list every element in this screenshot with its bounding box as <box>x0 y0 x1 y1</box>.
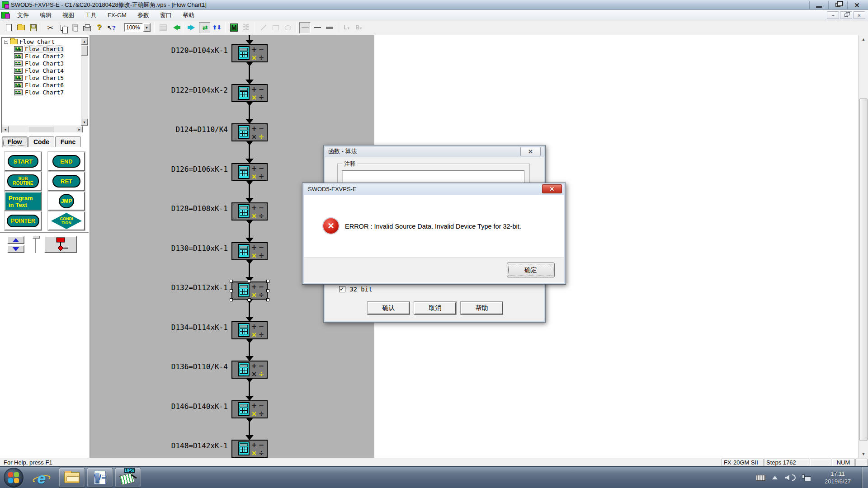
line-medium-button[interactable] <box>311 22 323 33</box>
tree-item-flow-chart5[interactable]: Flow Chart5 <box>2 74 88 81</box>
calc-block[interactable]: +−×÷ <box>231 321 268 339</box>
calc-block[interactable]: +−×÷ <box>231 400 268 418</box>
tree-root-label[interactable]: Flow Chart <box>19 38 55 45</box>
calc-block[interactable]: +−×÷ <box>231 282 268 300</box>
ok-button[interactable]: 确定 <box>507 263 555 277</box>
menu-tools[interactable]: 工具 <box>80 10 102 20</box>
tab-code[interactable]: Code <box>28 136 54 147</box>
menu-edit[interactable]: 编辑 <box>34 10 57 20</box>
tree-item-flow-chart3[interactable]: Flow Chart3 <box>2 60 88 67</box>
zoom-value[interactable]: 100% <box>124 23 143 32</box>
close-button[interactable]: ✕ <box>847 1 866 9</box>
calc-block[interactable]: +−×÷ <box>231 361 268 379</box>
mdi-close-button[interactable]: × <box>853 11 865 19</box>
calc-block[interactable]: +−×÷ <box>231 44 268 62</box>
flow-node[interactable]: D120=D104xK-1 +−×÷ <box>90 44 374 62</box>
vertical-scrollbar[interactable]: ▲ ▼ <box>858 35 868 458</box>
calc-block[interactable]: +−×÷ <box>231 123 268 141</box>
tab-flow[interactable]: Flow <box>2 136 28 147</box>
calc-block[interactable]: +−×÷ <box>231 440 268 458</box>
calc-block[interactable]: +−×÷ <box>231 84 268 102</box>
tree-collapse-icon[interactable] <box>4 40 8 44</box>
move-up-button[interactable] <box>7 236 24 244</box>
palette-end-button[interactable]: END <box>48 152 85 171</box>
tree-scroll-down-icon[interactable]: ▼ <box>81 119 88 126</box>
scroll-down-icon[interactable]: ▼ <box>859 450 868 458</box>
zoom-dropdown-icon[interactable]: ▼ <box>143 23 151 32</box>
cancel-button[interactable]: 取消 <box>414 302 456 314</box>
volume-icon[interactable] <box>785 475 789 480</box>
verify-button[interactable]: ⇄ <box>199 22 210 33</box>
flow-node[interactable]: D122=D104xK-2 +−×÷ <box>90 84 374 102</box>
flow-node[interactable]: D146=D140xK-1 +−×÷ <box>90 400 374 418</box>
insert-line-widget[interactable] <box>33 236 40 254</box>
palette-pointer-button[interactable]: POINTER <box>5 211 42 230</box>
write-plc-button[interactable] <box>187 22 198 33</box>
tab-func[interactable]: Func <box>55 136 81 147</box>
error-dialog-close-button[interactable]: ✕ <box>542 184 562 193</box>
confirm-button[interactable]: 确认 <box>368 302 410 314</box>
menu-window[interactable]: 窗口 <box>155 10 177 20</box>
selection-handle[interactable] <box>230 280 233 283</box>
selection-handle[interactable] <box>248 280 251 283</box>
line-thin-button[interactable] <box>299 22 311 33</box>
cut-button[interactable]: ✂ <box>45 22 56 33</box>
palette-ret-button[interactable]: RET <box>48 172 85 191</box>
calc-block[interactable]: +−×÷ <box>231 242 268 260</box>
selection-handle[interactable] <box>266 289 269 292</box>
calc-block[interactable]: +−×÷ <box>231 163 268 181</box>
taskbar-vps-app-button[interactable]: UPS <box>115 468 141 488</box>
import-button[interactable] <box>170 22 181 33</box>
taskbar-clock[interactable]: 17:11 2019/6/27 <box>818 470 857 485</box>
show-desktop-button[interactable] <box>862 467 868 488</box>
line-thick-button[interactable] <box>324 22 335 33</box>
taskbar-word-button[interactable]: W≡ <box>87 468 113 488</box>
project-tree[interactable]: Flow Chart Flow Chart1Flow Chart2Flow Ch… <box>1 37 89 133</box>
tree-item-flow-chart6[interactable]: Flow Chart6 <box>2 81 88 89</box>
error-dialog-titlebar[interactable]: SWOD5-FXVPS-E <box>302 183 566 195</box>
function-dialog-close-button[interactable]: ✕ <box>520 147 541 156</box>
tree-item-flow-chart4[interactable]: Flow Chart4 <box>2 67 88 74</box>
transfer-button[interactable]: ⬆⬇ <box>211 22 222 33</box>
print-button[interactable] <box>81 22 93 33</box>
calc-block[interactable]: +−×÷ <box>231 202 268 221</box>
mdi-restore-button[interactable] <box>840 11 852 19</box>
network-icon[interactable] <box>802 474 811 481</box>
palette-subroutine-button[interactable]: SUB ROUTINE <box>5 172 42 191</box>
tree-scroll-left-icon[interactable]: ◀ <box>2 126 9 133</box>
menu-view[interactable]: 视图 <box>57 10 80 20</box>
tree-item-flow-chart2[interactable]: Flow Chart2 <box>2 52 88 60</box>
scrollbar-thumb[interactable] <box>859 99 868 441</box>
tree-scroll-thumb[interactable] <box>81 46 88 56</box>
function-dialog-titlebar[interactable]: 函数 - 算法 <box>324 145 545 157</box>
taskbar-explorer-button[interactable] <box>59 468 85 488</box>
palette-start-button[interactable]: START <box>5 152 42 171</box>
context-help-button[interactable]: ↖? <box>106 22 117 33</box>
restore-button[interactable] <box>828 1 847 9</box>
selection-handle[interactable] <box>230 298 233 301</box>
palette-program-text-button[interactable]: Program in Text <box>5 192 42 211</box>
new-file-button[interactable] <box>3 22 14 33</box>
copy-button[interactable] <box>57 22 68 33</box>
save-button[interactable] <box>28 22 39 33</box>
flow-node[interactable]: D136=D110/K-4 +−×÷ <box>90 361 374 379</box>
hidden-icons-arrow[interactable] <box>772 476 778 479</box>
start-button[interactable] <box>4 468 24 488</box>
tree-horizontal-scrollbar[interactable]: ◀ ▶ <box>2 126 83 132</box>
selection-handle[interactable] <box>266 280 269 283</box>
monitor-button[interactable]: M <box>228 22 240 33</box>
menu-file[interactable]: 文件 <box>12 10 34 20</box>
scroll-up-icon[interactable]: ▲ <box>859 35 868 43</box>
flow-node[interactable]: D148=D142xK-1 +−×÷ <box>90 440 374 458</box>
menu-help[interactable]: 帮助 <box>177 10 200 20</box>
mdi-minimize-button[interactable]: – <box>827 11 839 19</box>
input-method-icon[interactable] <box>756 475 766 481</box>
minimize-button[interactable] <box>809 1 828 9</box>
selection-handle[interactable] <box>230 289 233 292</box>
tree-scroll-up-icon[interactable]: ▲ <box>81 38 88 45</box>
tree-scroll-right-icon[interactable]: ▶ <box>76 126 83 133</box>
help-button[interactable]: ? <box>94 22 105 33</box>
palette-jmp-button[interactable]: JMP <box>48 192 85 211</box>
tree-hscroll-thumb[interactable] <box>28 126 54 133</box>
selection-handle[interactable] <box>266 298 269 301</box>
